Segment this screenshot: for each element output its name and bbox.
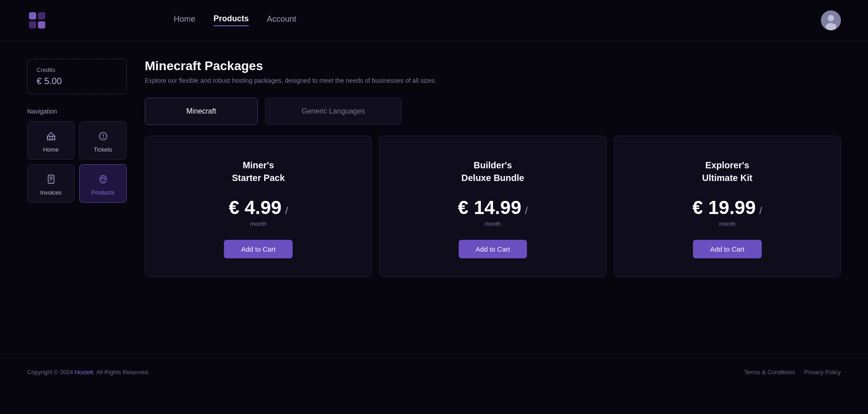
sidebar-nav-grid: Home Tickets [27,121,127,203]
category-tab-generic-languages[interactable]: Generic Languages [265,98,402,125]
nav-home[interactable]: Home [174,14,195,26]
product-name-miner: Miner'sStarter Pack [232,159,285,184]
svg-rect-1 [38,12,45,19]
sidebar-item-home[interactable]: Home [27,121,75,160]
sidebar-home-label: Home [43,146,59,153]
svg-rect-7 [47,136,55,140]
sidebar-item-products[interactable]: Products [79,164,127,203]
product-price-row-explorer: € 19.99 / [693,197,762,219]
category-tab-minecraft[interactable]: Minecraft [145,98,258,125]
add-to-cart-miner[interactable]: Add to Cart [224,240,293,258]
footer-privacy[interactable]: Privacy Policy [804,369,841,376]
sidebar-item-invoices[interactable]: Invoices [27,164,75,203]
sidebar-invoices-label: Invoices [40,189,62,196]
product-price-sep-explorer: / [759,205,762,217]
footer: Copyright © 2024 Hostett. All Rights Res… [0,357,868,386]
main-nav: Home Products Account [174,14,296,26]
product-price-sep-miner: / [285,205,288,217]
svg-rect-2 [29,21,36,29]
product-price-miner: € 4.99 [229,197,282,219]
home-icon [45,130,57,143]
category-tabs: Minecraft Generic Languages [145,98,841,125]
sidebar: Credits € 5.00 Navigation Home [27,59,127,339]
product-card-explorer: Explorer'sUltimate Kit € 19.99 / month A… [614,136,841,277]
avatar[interactable] [821,10,841,30]
content-area: Minecraft Packages Explore our flexible … [145,59,841,339]
product-period-builder: month [484,220,501,227]
svg-rect-11 [48,175,54,183]
product-price-builder: € 14.99 [458,197,521,219]
product-name-explorer: Explorer'sUltimate Kit [702,159,752,184]
product-price-row-builder: € 14.99 / [458,197,527,219]
header: Home Products Account [0,0,868,41]
product-price-explorer: € 19.99 [693,197,756,219]
credits-label: Credits [37,67,117,73]
nav-account[interactable]: Account [267,14,296,26]
footer-links: Terms & Conditions Privacy Policy [744,369,841,376]
products-icon [97,173,109,186]
product-price-sep-builder: / [525,205,528,217]
product-period-miner: month [250,220,266,227]
svg-rect-3 [38,21,45,29]
credits-box: Credits € 5.00 [27,59,127,94]
sidebar-tickets-label: Tickets [94,146,112,153]
logo[interactable] [27,10,47,30]
sidebar-item-tickets[interactable]: Tickets [79,121,127,160]
product-name-builder: Builder'sDeluxe Bundle [461,159,524,184]
products-grid: Miner'sStarter Pack € 4.99 / month Add t… [145,136,841,277]
page-subtitle: Explore our flexible and robust hosting … [145,77,841,84]
footer-copyright: Copyright © 2024 Hostett. All Rights Res… [27,369,149,376]
main-content: Credits € 5.00 Navigation Home [0,41,868,357]
svg-rect-0 [29,12,36,19]
svg-point-10 [103,138,103,138]
nav-section-label: Navigation [27,108,127,115]
header-right [821,10,841,30]
page-title: Minecraft Packages [145,59,841,73]
product-card-builder: Builder'sDeluxe Bundle € 14.99 / month A… [379,136,606,277]
footer-brand: Hostett [75,369,93,376]
credits-value: € 5.00 [37,76,117,86]
header-left: Home Products Account [27,10,296,30]
product-period-explorer: month [719,220,735,227]
svg-point-6 [825,23,836,30]
product-card-miner: Miner'sStarter Pack € 4.99 / month Add t… [145,136,372,277]
invoices-icon [45,173,57,186]
add-to-cart-explorer[interactable]: Add to Cart [693,240,762,258]
svg-point-5 [828,15,834,21]
tickets-icon [97,130,109,143]
sidebar-products-label: Products [91,189,114,196]
footer-terms[interactable]: Terms & Conditions [744,369,795,376]
nav-products[interactable]: Products [213,14,249,26]
add-to-cart-builder[interactable]: Add to Cart [459,240,527,258]
product-price-row-miner: € 4.99 / [229,197,288,219]
